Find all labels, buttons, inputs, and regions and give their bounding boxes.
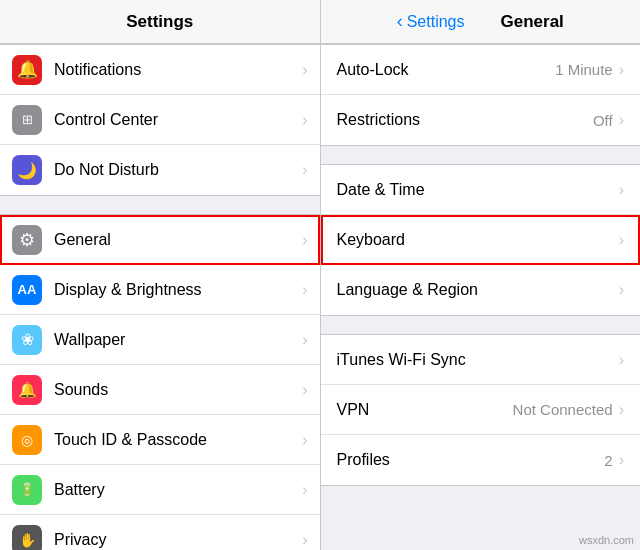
- sidebar-item-sounds[interactable]: 🔔 Sounds ›: [0, 365, 320, 415]
- sidebar-item-battery[interactable]: 🔋 Battery ›: [0, 465, 320, 515]
- right-section-3: iTunes Wi-Fi Sync › VPN Not Connected › …: [321, 334, 641, 486]
- wallpaper-label: Wallpaper: [54, 331, 302, 349]
- notifications-label: Notifications: [54, 61, 302, 79]
- battery-label: Battery: [54, 481, 302, 499]
- left-column: 🔔 Notifications › ⊞ Control Center › 🌙 D…: [0, 44, 321, 550]
- date-time-label: Date & Time: [337, 181, 619, 199]
- auto-lock-value: 1 Minute: [555, 61, 613, 78]
- control-center-chevron: ›: [302, 111, 307, 129]
- auto-lock-chevron: ›: [619, 61, 624, 79]
- auto-lock-label: Auto-Lock: [337, 61, 556, 79]
- right-row-vpn[interactable]: VPN Not Connected ›: [321, 385, 641, 435]
- privacy-chevron: ›: [302, 531, 307, 549]
- notifications-chevron: ›: [302, 61, 307, 79]
- display-brightness-icon: AA: [12, 275, 42, 305]
- language-region-label: Language & Region: [337, 281, 619, 299]
- right-row-keyboard[interactable]: Keyboard ›: [321, 215, 641, 265]
- right-row-restrictions[interactable]: Restrictions Off ›: [321, 95, 641, 145]
- do-not-disturb-chevron: ›: [302, 161, 307, 179]
- back-chevron-icon[interactable]: ‹: [397, 11, 403, 32]
- right-row-profiles[interactable]: Profiles 2 ›: [321, 435, 641, 485]
- notifications-icon: 🔔: [12, 55, 42, 85]
- vpn-label: VPN: [337, 401, 513, 419]
- general-chevron: ›: [302, 231, 307, 249]
- right-column-title: General: [501, 12, 564, 32]
- battery-chevron: ›: [302, 481, 307, 499]
- restrictions-chevron: ›: [619, 111, 624, 129]
- general-icon: ⚙: [12, 225, 42, 255]
- wallpaper-icon: ❀: [12, 325, 42, 355]
- back-button[interactable]: Settings: [407, 13, 465, 31]
- date-time-chevron: ›: [619, 181, 624, 199]
- touch-id-passcode-icon: ◎: [12, 425, 42, 455]
- right-row-language-region[interactable]: Language & Region ›: [321, 265, 641, 315]
- left-section-2: ⚙ General › AA Display & Brightness › ❀ …: [0, 214, 320, 550]
- right-row-date-time[interactable]: Date & Time ›: [321, 165, 641, 215]
- left-section-1: 🔔 Notifications › ⊞ Control Center › 🌙 D…: [0, 44, 320, 196]
- sounds-label: Sounds: [54, 381, 302, 399]
- display-brightness-chevron: ›: [302, 281, 307, 299]
- right-row-auto-lock[interactable]: Auto-Lock 1 Minute ›: [321, 45, 641, 95]
- sounds-icon: 🔔: [12, 375, 42, 405]
- sidebar-item-display-brightness[interactable]: AA Display & Brightness ›: [0, 265, 320, 315]
- right-section-1: Auto-Lock 1 Minute › Restrictions Off ›: [321, 44, 641, 146]
- sidebar-item-touch-id-passcode[interactable]: ◎ Touch ID & Passcode ›: [0, 415, 320, 465]
- display-brightness-label: Display & Brightness: [54, 281, 302, 299]
- right-row-itunes-wifi-sync[interactable]: iTunes Wi-Fi Sync ›: [321, 335, 641, 385]
- keyboard-label: Keyboard: [337, 231, 619, 249]
- profiles-label: Profiles: [337, 451, 605, 469]
- right-section-2: Date & Time › Keyboard › Language & Regi…: [321, 164, 641, 316]
- wallpaper-chevron: ›: [302, 331, 307, 349]
- touch-id-passcode-chevron: ›: [302, 431, 307, 449]
- sounds-chevron: ›: [302, 381, 307, 399]
- restrictions-value: Off: [593, 112, 613, 129]
- left-column-title: Settings: [126, 12, 193, 32]
- columns-container: 🔔 Notifications › ⊞ Control Center › 🌙 D…: [0, 44, 640, 550]
- language-region-chevron: ›: [619, 281, 624, 299]
- itunes-wifi-sync-chevron: ›: [619, 351, 624, 369]
- sidebar-item-notifications[interactable]: 🔔 Notifications ›: [0, 45, 320, 95]
- profiles-chevron: ›: [619, 451, 624, 469]
- header-right: ‹ Settings General: [321, 0, 641, 43]
- touch-id-passcode-label: Touch ID & Passcode: [54, 431, 302, 449]
- header-nav: ‹ Settings General: [397, 11, 564, 32]
- sidebar-item-wallpaper[interactable]: ❀ Wallpaper ›: [0, 315, 320, 365]
- right-column: Auto-Lock 1 Minute › Restrictions Off › …: [321, 44, 641, 550]
- keyboard-chevron: ›: [619, 231, 624, 249]
- vpn-chevron: ›: [619, 401, 624, 419]
- do-not-disturb-label: Do Not Disturb: [54, 161, 302, 179]
- sidebar-item-privacy[interactable]: ✋ Privacy ›: [0, 515, 320, 550]
- profiles-value: 2: [604, 452, 612, 469]
- control-center-icon: ⊞: [12, 105, 42, 135]
- battery-icon: 🔋: [12, 475, 42, 505]
- sidebar-item-do-not-disturb[interactable]: 🌙 Do Not Disturb ›: [0, 145, 320, 195]
- sidebar-item-general[interactable]: ⚙ General ›: [0, 215, 320, 265]
- general-label: General: [54, 231, 302, 249]
- header-left: Settings: [0, 0, 321, 43]
- restrictions-label: Restrictions: [337, 111, 593, 129]
- privacy-label: Privacy: [54, 531, 302, 549]
- privacy-icon: ✋: [12, 525, 42, 550]
- header: Settings ‹ Settings General: [0, 0, 640, 44]
- vpn-value: Not Connected: [513, 401, 613, 418]
- control-center-label: Control Center: [54, 111, 302, 129]
- do-not-disturb-icon: 🌙: [12, 155, 42, 185]
- itunes-wifi-sync-label: iTunes Wi-Fi Sync: [337, 351, 619, 369]
- sidebar-item-control-center[interactable]: ⊞ Control Center ›: [0, 95, 320, 145]
